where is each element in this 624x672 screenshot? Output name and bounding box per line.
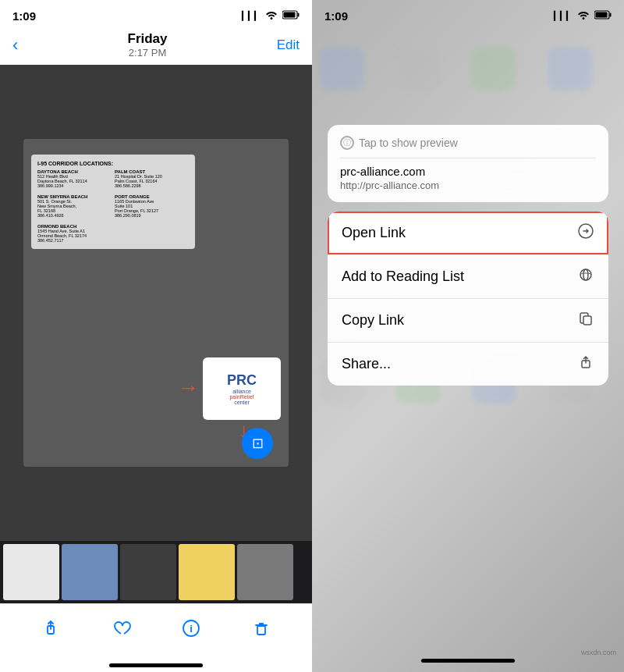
right-status-bar: 1:09 ▎▎▎ — [312, 0, 624, 28]
location-daytona: DAYTONA BEACH 512 Health Blvd Daytona Be… — [37, 169, 112, 188]
add-reading-label: Add to Reading List — [342, 268, 464, 285]
prc-card: PRC alliance painRelief center — [203, 357, 281, 420]
location-portorange: PORT ORANGE 1165 Dunlawton Ave Suite 101… — [115, 194, 189, 218]
location-palmcoast: PALM COAST 21 Hospital Dr. Suite 120 Pal… — [115, 169, 189, 188]
svg-text:i: i — [190, 623, 193, 635]
copy-link-icon — [577, 310, 594, 331]
photo-thumbnails — [0, 541, 312, 603]
left-time: 1:09 — [12, 9, 36, 23]
right-home-bar — [421, 659, 515, 663]
share-button[interactable] — [41, 618, 61, 644]
left-nav-bar: ‹ Friday 2:17 PM Edit — [0, 28, 312, 65]
nav-title: Friday 2:17 PM — [128, 31, 168, 59]
arrow-right-icon: → — [177, 375, 199, 400]
menu-item-open-link[interactable]: Open Link — [328, 212, 608, 254]
location-newsmyrna: NEW SMYRNA BEACH 501 S. Orange St. New S… — [37, 194, 112, 218]
nav-subtitle: 2:17 PM — [128, 47, 168, 59]
url-full: http://prc-alliance.com — [340, 180, 596, 191]
bg-app-4 — [548, 47, 592, 91]
context-menu-area: ⓘ Tap to show preview prc-alliance.com h… — [328, 125, 608, 386]
edit-button[interactable]: Edit — [277, 37, 300, 53]
menu-item-add-reading[interactable]: Add to Reading List — [328, 254, 608, 298]
svg-rect-12 — [583, 316, 591, 325]
svg-rect-2 — [284, 12, 296, 17]
prc-pain: painRelief — [229, 394, 254, 400]
right-home-indicator — [312, 653, 624, 667]
url-domain: prc-alliance.com — [340, 165, 596, 178]
preview-divider — [340, 158, 596, 158]
battery-icon — [282, 10, 300, 22]
svg-rect-9 — [596, 12, 608, 17]
left-status-icons: ▎▎▎ — [242, 10, 300, 22]
menu-item-copy-link[interactable]: Copy Link — [328, 298, 608, 342]
back-button[interactable]: ‹ — [12, 35, 18, 55]
location-title: I-95 CORRIDOR LOCATIONS: — [37, 161, 189, 166]
heart-button[interactable] — [111, 618, 131, 644]
location-ormond: ORMOND BEACH 1545 Hand Ave. Suite A1 Orm… — [37, 224, 112, 243]
thumbnail-2[interactable] — [62, 544, 118, 600]
bg-app-2 — [396, 47, 440, 91]
scan-button[interactable]: ⊡ — [242, 428, 273, 459]
photo-content: I-95 CORRIDOR LOCATIONS: DAYTONA BEACH 5… — [23, 139, 289, 467]
prc-alliance: alliance — [232, 389, 251, 394]
open-link-icon — [577, 222, 594, 244]
left-home-indicator — [0, 658, 312, 672]
preview-circle-icon: ⓘ — [340, 136, 354, 150]
home-bar — [109, 663, 203, 667]
share-label: Share... — [342, 356, 391, 372]
add-reading-icon — [577, 266, 594, 287]
thumbnail-5[interactable] — [237, 544, 293, 600]
svg-rect-8 — [610, 12, 612, 16]
bg-app-3 — [472, 47, 516, 91]
wifi-icon — [265, 10, 278, 22]
location-box: I-95 CORRIDOR LOCATIONS: DAYTONA BEACH 5… — [31, 155, 195, 249]
left-toolbar: i — [0, 603, 312, 658]
right-time: 1:09 — [324, 9, 348, 23]
thumbnail-1[interactable] — [3, 544, 59, 600]
trash-button[interactable] — [251, 618, 271, 644]
right-battery-icon — [594, 10, 612, 22]
prc-text: PRC — [227, 372, 257, 389]
share-icon — [577, 354, 594, 375]
left-panel: 1:09 ▎▎▎ ‹ Friday 2:17 PM Edit I-95 CORR… — [0, 0, 312, 672]
right-wifi-icon — [577, 10, 590, 22]
photo-main: I-95 CORRIDOR LOCATIONS: DAYTONA BEACH 5… — [0, 65, 312, 541]
signal-icon: ▎▎▎ — [242, 11, 261, 21]
info-button[interactable]: i — [181, 618, 201, 644]
location-grid: DAYTONA BEACH 512 Health Blvd Daytona Be… — [37, 169, 189, 243]
menu-item-share[interactable]: Share... — [328, 342, 608, 386]
thumbnail-3[interactable] — [120, 544, 176, 600]
thumbnail-4[interactable] — [179, 544, 235, 600]
preview-card[interactable]: ⓘ Tap to show preview prc-alliance.com h… — [328, 125, 608, 202]
tap-preview-text: Tap to show preview — [359, 137, 458, 149]
right-panel: 1:09 ▎▎▎ ⓘ Tap to show preview prc-allia… — [312, 0, 624, 672]
tap-preview: ⓘ Tap to show preview — [340, 136, 596, 150]
right-status-icons: ▎▎▎ — [554, 10, 612, 22]
svg-point-11 — [583, 269, 588, 280]
svg-rect-1 — [298, 12, 300, 16]
copy-link-label: Copy Link — [342, 312, 404, 329]
context-menu-card: Open Link Add to Reading List — [328, 212, 608, 386]
scan-icon: ⊡ — [252, 435, 264, 452]
open-link-label: Open Link — [342, 225, 406, 241]
nav-day: Friday — [128, 31, 168, 47]
right-signal-icon: ▎▎▎ — [554, 11, 573, 21]
prc-center: center — [234, 400, 249, 405]
svg-rect-6 — [257, 626, 265, 635]
left-status-bar: 1:09 ▎▎▎ — [0, 0, 312, 28]
bg-app-1 — [320, 47, 363, 91]
